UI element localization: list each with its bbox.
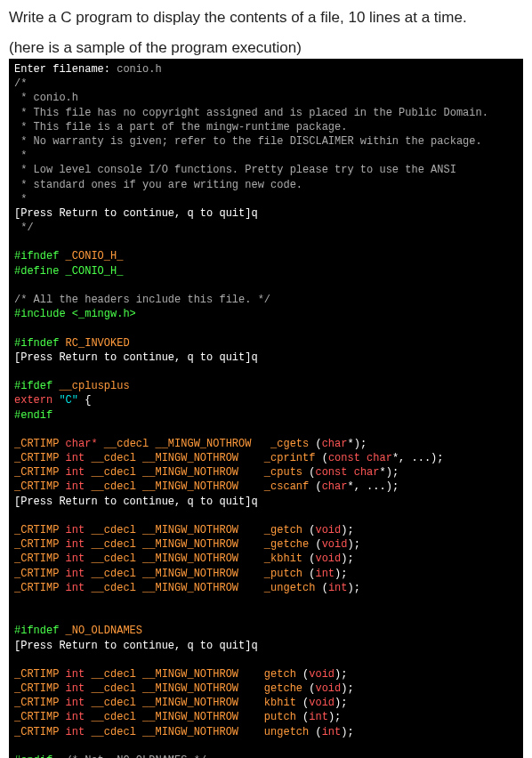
terminal-line: _CRTIMP int __cdecl __MINGW_NOTHROW putc…: [14, 710, 518, 724]
terminal-text: int: [66, 711, 92, 723]
terminal-text: const char: [315, 466, 379, 479]
terminal-text: __cdecl __MINGW_NOTHROW _cprintf: [91, 452, 321, 464]
terminal-line: _CRTIMP int __cdecl __MINGW_NOTHROW _get…: [14, 537, 518, 552]
terminal-text: );: [335, 668, 347, 681]
terminal-line: _CRTIMP int __cdecl __MINGW_NOTHROW _cpu…: [14, 465, 518, 480]
terminal-text: void: [315, 682, 341, 695]
terminal-text: * conio.h: [14, 92, 78, 104]
terminal-text: (: [322, 452, 328, 464]
terminal-text: _CRTIMP: [14, 682, 66, 695]
terminal-line: [14, 609, 518, 624]
terminal-line: _CRTIMP int __cdecl __MINGW_NOTHROW _kbh…: [14, 552, 518, 566]
terminal-line: #ifdef __cplusplus: [14, 379, 518, 393]
terminal-text: _CRTIMP: [14, 438, 66, 450]
terminal-text: int: [66, 466, 92, 479]
terminal-text: *);: [379, 466, 399, 479]
terminal-text: int: [66, 552, 92, 565]
terminal-line: _CRTIMP int __cdecl __MINGW_NOTHROW _cpr…: [14, 451, 518, 465]
terminal-text: __cdecl __MINGW_NOTHROW _cscanf: [91, 480, 315, 493]
terminal-line: * This file has no copyright assigned an…: [14, 106, 518, 120]
terminal-text: __cdecl __MINGW_NOTHROW _getche: [91, 538, 315, 551]
sample-label: (here is a sample of the program executi…: [9, 39, 523, 57]
terminal-text: int: [66, 668, 92, 681]
terminal-line: [Press Return to continue, q to quit]q: [14, 206, 518, 221]
terminal-text: const char: [328, 452, 392, 464]
terminal-text: *: [14, 149, 27, 162]
terminal-line: [14, 509, 518, 523]
terminal-line: #endif /* Not _NO_OLDNAMES */: [14, 754, 518, 758]
terminal-text: (: [315, 538, 321, 551]
terminal-line: #ifndef _CONIO_H_: [14, 249, 518, 263]
terminal-text: *, ...);: [392, 452, 444, 464]
terminal-text: char*: [66, 438, 104, 450]
terminal-line: [14, 278, 518, 293]
terminal-text: _CRTIMP: [14, 668, 66, 681]
terminal-text: #ifndef: [14, 337, 66, 350]
terminal-text: __cdecl __MINGW_NOTHROW _getch: [91, 524, 309, 536]
terminal-text: extern: [14, 394, 59, 407]
terminal-text: #ifdef: [14, 380, 59, 392]
terminal-line: _CRTIMP char* __cdecl __MINGW_NOTHROW _c…: [14, 437, 518, 451]
terminal-text: [Press Return to continue, q to quit]q: [14, 207, 258, 220]
terminal-text: int: [315, 568, 335, 580]
terminal-text: __cdecl __MINGW_NOTHROW _ungetch: [91, 582, 321, 594]
terminal-text: [Press Return to continue, q to quit]q: [14, 351, 258, 364]
terminal-text: * This file has no copyright assigned an…: [14, 107, 488, 119]
terminal-text: __cdecl __MINGW_NOTHROW _cputs: [91, 466, 309, 479]
terminal-text: (: [322, 582, 328, 594]
terminal-text: __cdecl __MINGW_NOTHROW _cgets: [104, 438, 316, 450]
terminal-text: *, ...);: [347, 480, 399, 493]
terminal-text: int: [66, 538, 92, 551]
terminal-line: [14, 653, 518, 667]
terminal-text: _CRTIMP: [14, 568, 66, 580]
terminal-text: int: [66, 697, 92, 709]
terminal-text: * This file is a part of the mingw-runti…: [14, 121, 347, 133]
terminal-text: int: [66, 524, 92, 536]
terminal-text: /* Not _NO_OLDNAMES */: [66, 754, 206, 758]
terminal-text: #ifndef: [14, 250, 66, 262]
terminal-text: void: [309, 697, 335, 709]
terminal-line: _CRTIMP int __cdecl __MINGW_NOTHROW _csc…: [14, 480, 518, 494]
terminal-text: __cdecl __MINGW_NOTHROW getch: [91, 668, 302, 681]
terminal-line: _CRTIMP int __cdecl __MINGW_NOTHROW _get…: [14, 523, 518, 537]
terminal-text: int: [309, 711, 328, 723]
terminal-text: *);: [347, 438, 367, 450]
terminal-text: int: [66, 452, 92, 464]
terminal-text: __cdecl __MINGW_NOTHROW _kbhit: [91, 552, 309, 565]
terminal-text: void: [315, 524, 341, 536]
terminal-text: (: [315, 438, 321, 450]
terminal-text: Enter filename:: [14, 63, 117, 76]
terminal-text: _CRTIMP: [14, 480, 66, 493]
terminal-line: extern "C" {: [14, 393, 518, 407]
terminal-text: );: [341, 682, 353, 695]
terminal-text: int: [322, 726, 342, 738]
terminal-text: __cdecl __MINGW_NOTHROW putch: [91, 711, 302, 723]
terminal-text: _CRTIMP: [14, 552, 66, 565]
terminal-text: _CRTIMP: [14, 582, 66, 594]
terminal-text: RC_INVOKED: [66, 337, 130, 350]
terminal-text: #ifndef: [14, 625, 66, 637]
instruction-text: Write a C program to display the content…: [9, 9, 523, 27]
terminal-text: #include <_mingw.h>: [14, 308, 136, 320]
terminal-line: _CRTIMP int __cdecl __MINGW_NOTHROW kbhi…: [14, 696, 518, 710]
terminal-line: _CRTIMP int __cdecl __MINGW_NOTHROW _put…: [14, 567, 518, 581]
terminal-text: void: [315, 552, 341, 565]
terminal-line: [14, 739, 518, 754]
terminal-text: #endif: [14, 754, 66, 758]
terminal-text: int: [66, 582, 92, 594]
terminal-line: _CRTIMP int __cdecl __MINGW_NOTHROW getc…: [14, 681, 518, 696]
terminal-text: /* All the headers include this file. */: [14, 294, 270, 306]
terminal-line: * conio.h: [14, 91, 518, 105]
terminal-line: #ifndef RC_INVOKED: [14, 336, 518, 351]
terminal-text: (: [315, 480, 321, 493]
terminal-text: #define _CONIO_H_: [14, 265, 123, 278]
terminal-text: _CRTIMP: [14, 466, 66, 479]
terminal-line: * Low level console I/O functions. Prett…: [14, 163, 518, 177]
terminal-line: [14, 423, 518, 437]
terminal-output: Enter filename: conio.h/* * conio.h * Th…: [9, 59, 523, 758]
terminal-text: */: [14, 222, 34, 234]
terminal-text: void: [309, 668, 335, 681]
terminal-text: );: [328, 711, 341, 723]
terminal-text: /*: [14, 77, 27, 90]
terminal-text: __cplusplus: [59, 380, 129, 392]
